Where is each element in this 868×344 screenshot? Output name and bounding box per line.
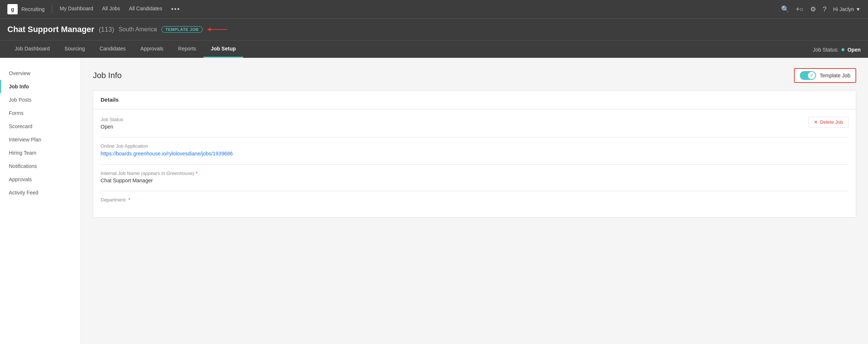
internal-job-name-value: Chat Support Manager: [101, 178, 848, 183]
delete-job-button[interactable]: ✕ Delete Job: [808, 117, 848, 127]
job-status-field: Job Status Open ✕ Delete Job: [101, 117, 848, 130]
chevron-down-icon: ▼: [855, 6, 861, 12]
red-arrow-svg: [207, 24, 229, 35]
search-icon[interactable]: 🔍: [781, 5, 789, 13]
nav-all-candidates[interactable]: All Candidates: [129, 6, 162, 13]
tab-job-dashboard[interactable]: Job Dashboard: [7, 41, 57, 58]
field-divider-1: [101, 137, 848, 137]
details-card: Details Job Status Open ✕ Delete Job Onl…: [93, 90, 856, 218]
sub-nav: Job Dashboard Sourcing Candidates Approv…: [0, 40, 868, 58]
template-job-badge: TEMPLATE JOB: [161, 26, 203, 33]
sidebar-item-approvals[interactable]: Approvals: [0, 173, 81, 186]
card-body: Job Status Open ✕ Delete Job Online Job …: [93, 109, 856, 217]
content-header: Job Info ✓ Template Job: [93, 68, 856, 83]
content-area: Job Info ✓ Template Job Details Job Stat…: [81, 58, 868, 344]
job-region: South America: [119, 26, 157, 33]
job-title: Chat Support Manager: [7, 25, 94, 34]
nav-divider: [52, 5, 52, 14]
tab-reports[interactable]: Reports: [171, 41, 203, 58]
internal-job-name-label: Internal Job Name (appears in Greenhouse…: [101, 171, 848, 176]
job-status-indicator: Job Status: Open: [813, 47, 861, 58]
sidebar-item-overview[interactable]: Overview: [0, 67, 81, 80]
svg-marker-1: [207, 28, 211, 31]
toggle-knob: ✓: [808, 72, 815, 79]
add-icon[interactable]: +○: [796, 6, 804, 13]
online-job-app-field: Online Job Application https://boards.gr…: [101, 143, 848, 157]
main-layout: Overview Job Info Job Posts Forms Scorec…: [0, 58, 868, 344]
field-divider-2: [101, 164, 848, 165]
x-icon: ✕: [814, 119, 818, 125]
job-count: (113): [99, 26, 114, 34]
online-job-app-label: Online Job Application: [101, 143, 848, 149]
sidebar-item-hiring-team[interactable]: Hiring Team: [0, 146, 81, 159]
nav-my-dashboard[interactable]: My Dashboard: [60, 6, 93, 13]
toggle-label: Template Job: [820, 73, 850, 78]
sidebar-item-interview-plan[interactable]: Interview Plan: [0, 133, 81, 146]
settings-icon[interactable]: ⚙: [810, 5, 816, 13]
internal-job-name-field: Internal Job Name (appears in Greenhouse…: [101, 171, 848, 183]
app-brand: Recruiting: [21, 6, 45, 12]
required-star-2: *: [129, 197, 130, 203]
job-header: Chat Support Manager (113) South America…: [0, 18, 868, 40]
department-field: Department *: [101, 197, 848, 203]
tab-candidates[interactable]: Candidates: [92, 41, 133, 58]
template-job-toggle-container: ✓ Template Job: [794, 68, 856, 83]
status-dot-open: [841, 48, 844, 51]
department-label: Department *: [101, 197, 848, 203]
top-nav: g Recruiting My Dashboard All Jobs All C…: [0, 0, 868, 18]
sidebar-item-forms[interactable]: Forms: [0, 106, 81, 120]
card-title: Details: [101, 96, 119, 103]
sidebar-item-notifications[interactable]: Notifications: [0, 159, 81, 173]
sidebar: Overview Job Info Job Posts Forms Scorec…: [0, 58, 81, 344]
arrow-indicator: [207, 24, 229, 35]
field-divider-3: [101, 191, 848, 191]
nav-all-jobs[interactable]: All Jobs: [102, 6, 120, 13]
sidebar-item-job-info[interactable]: Job Info: [0, 80, 81, 93]
toggle-check-icon: ✓: [810, 73, 813, 78]
app-logo: g: [7, 4, 18, 14]
help-icon[interactable]: ?: [823, 6, 826, 13]
top-nav-right: 🔍 +○ ⚙ ? Hi Jaclyn ▼: [781, 5, 861, 13]
required-star-1: *: [196, 171, 197, 176]
sidebar-item-scorecard[interactable]: Scorecard: [0, 120, 81, 133]
job-status-label: Job Status:: [813, 47, 839, 53]
online-job-app-link[interactable]: https://boards.greenhouse.io/rylolovesdi…: [101, 151, 233, 157]
sidebar-item-activity-feed[interactable]: Activity Feed: [0, 186, 81, 199]
job-status-label: Job Status: [101, 117, 848, 122]
user-menu[interactable]: Hi Jaclyn ▼: [833, 6, 861, 12]
more-options-icon[interactable]: •••: [171, 6, 180, 13]
job-status-value: Open: [847, 47, 861, 53]
page-title: Job Info: [93, 71, 122, 80]
template-job-toggle[interactable]: ✓: [800, 71, 816, 80]
sub-nav-links: Job Dashboard Sourcing Candidates Approv…: [7, 41, 813, 58]
tab-sourcing[interactable]: Sourcing: [57, 41, 92, 58]
sidebar-item-job-posts[interactable]: Job Posts: [0, 93, 81, 106]
tab-approvals[interactable]: Approvals: [133, 41, 171, 58]
card-header: Details: [93, 91, 856, 109]
top-nav-links: My Dashboard All Jobs All Candidates •••: [60, 6, 781, 13]
job-status-value: Open: [101, 124, 848, 130]
tab-job-setup[interactable]: Job Setup: [203, 41, 243, 58]
